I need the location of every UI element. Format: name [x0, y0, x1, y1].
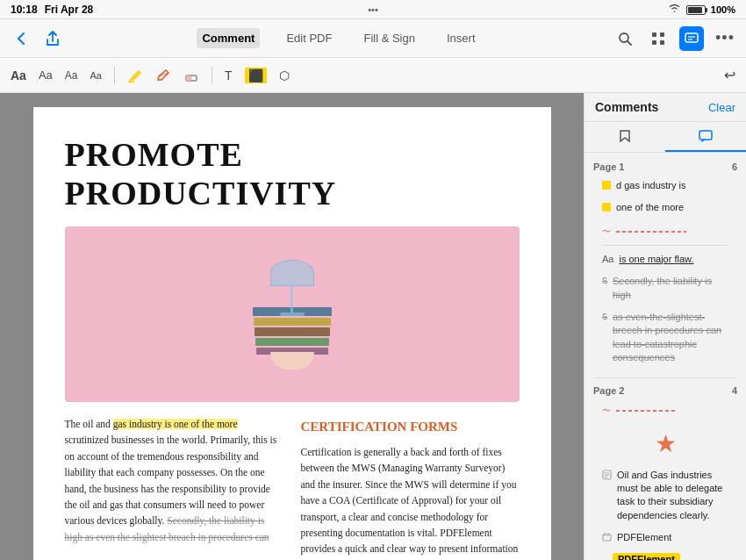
pdf-image: [65, 226, 520, 402]
star-container: ★: [593, 422, 737, 465]
highlight-icon: [602, 181, 611, 190]
page2-label: Page 2 4: [593, 385, 737, 396]
comment-text: is one major flaw.: [619, 253, 693, 266]
pdf-col1: The oil and gas industry is one of the m…: [65, 416, 283, 557]
page1-label: Page 1 6: [593, 162, 737, 172]
squiggle-icon: 〜: [602, 405, 611, 417]
svg-rect-5: [660, 40, 664, 45]
pen-tool[interactable]: [155, 68, 171, 83]
grid-button[interactable]: [646, 26, 671, 51]
svg-rect-13: [699, 131, 712, 140]
battery-icon: [686, 4, 706, 15]
main-toolbar: Comment Edit PDF Fill & Sign Insert •••: [0, 19, 746, 58]
undo-button[interactable]: ↩: [724, 67, 735, 83]
comment-item[interactable]: 〜: [593, 220, 737, 241]
date: Fri Apr 28: [45, 4, 94, 16]
strikethrough-icon: S̶: [602, 276, 607, 285]
comment-item[interactable]: 〜: [593, 399, 737, 420]
svg-rect-3: [660, 32, 664, 37]
comment-item[interactable]: S̶ Secondly, the liability is high: [593, 271, 737, 305]
tab-insert[interactable]: Insert: [441, 28, 481, 48]
col2-title: CERTIFICATION FORMS: [301, 416, 520, 437]
comment-item[interactable]: Aa is one major flaw.: [593, 249, 737, 269]
text-tool[interactable]: T: [225, 68, 233, 83]
comment-item[interactable]: PDFElement: [593, 549, 737, 560]
comment-text: as even-the-slightest-breech in procedur…: [613, 311, 728, 365]
toolbar-right: •••: [613, 26, 737, 51]
wifi-icon: [668, 4, 681, 15]
shape-tool[interactable]: ⬡: [279, 68, 290, 83]
right-panel: Comments Clear Page 1 6 d gas indust: [584, 93, 746, 560]
comment-item[interactable]: S̶ as even-the-slightest-breech in proce…: [593, 307, 737, 369]
star-icon: ★: [655, 429, 677, 458]
status-right: 100%: [668, 4, 735, 15]
search-button[interactable]: [613, 26, 637, 51]
col2-text: Certification is generally a back and fo…: [301, 444, 520, 557]
tab-comment[interactable]: Comment: [197, 28, 260, 48]
tab-bookmarks[interactable]: [585, 122, 665, 152]
comments-list: Page 1 6 d gas industry is one of the mo…: [585, 153, 746, 560]
page2-section: Page 2 4 〜 ★ Oil and Gas industri: [585, 382, 746, 560]
page1-section: Page 1 6 d gas industry is one of the mo…: [585, 158, 746, 374]
tab-edit-pdf[interactable]: Edit PDF: [281, 28, 337, 48]
panel-title: Comments: [595, 100, 658, 114]
pdf-body: The oil and gas industry is one of the m…: [65, 416, 520, 557]
squiggle-bar: [616, 231, 686, 233]
pdf-area[interactable]: PROMOTE PRODUCTIVITY: [0, 93, 584, 560]
comment-text: d gas industry is: [616, 179, 685, 192]
pdf-page: PROMOTE PRODUCTIVITY: [33, 107, 551, 560]
battery-pct: 100%: [711, 4, 735, 15]
separator-1: [114, 67, 115, 84]
clear-button[interactable]: Clear: [708, 101, 735, 114]
svg-line-1: [628, 41, 631, 45]
svg-rect-6: [685, 33, 698, 42]
comments-panel-button[interactable]: [679, 26, 704, 51]
svg-rect-2: [652, 32, 656, 37]
pdfelem-tag: PDFElement: [613, 553, 680, 560]
divider: [602, 245, 728, 246]
comment-item[interactable]: PDFElement: [593, 528, 737, 548]
font-tiny-button[interactable]: Aa: [90, 70, 102, 81]
squiggle-bar: [616, 410, 678, 412]
divider: [593, 377, 737, 378]
tab-fill-sign[interactable]: Fill & Sign: [358, 28, 420, 48]
highlight-tool[interactable]: [127, 68, 143, 83]
font-small-button[interactable]: Aa: [65, 69, 78, 82]
toolbar-tabs: Comment Edit PDF Fill & Sign Insert: [197, 28, 480, 48]
comment-item[interactable]: d gas industry is: [593, 176, 737, 196]
strikethrough-1: Secondly, the liability is high as even …: [65, 515, 269, 542]
font-bold-button[interactable]: Aa: [11, 68, 26, 83]
highlight-1: gas industry is one of the more: [113, 419, 238, 429]
dots-menu: •••: [368, 4, 378, 15]
note-icon: [602, 470, 612, 482]
share-button[interactable]: [40, 26, 65, 51]
label-icon: [602, 532, 612, 544]
status-left: 10:18 Fri Apr 28: [11, 4, 93, 16]
main-content: PROMOTE PRODUCTIVITY: [0, 93, 746, 560]
comment-item[interactable]: one of the more: [593, 197, 737, 218]
pdf-title: PROMOTE PRODUCTIVITY: [65, 135, 520, 212]
text-icon: Aa: [602, 254, 613, 264]
separator-2: [212, 67, 212, 84]
stamp-tool[interactable]: ⬛: [245, 68, 267, 83]
squiggle-icon: 〜: [602, 226, 611, 238]
comment-text: one of the more: [616, 201, 684, 214]
comment-item[interactable]: Oil and Gas industries must be able to d…: [593, 465, 737, 527]
highlight-icon: [602, 203, 611, 212]
tab-comments[interactable]: [665, 122, 746, 152]
pdf-col2: CERTIFICATION FORMS Certification is gen…: [301, 416, 520, 557]
svg-rect-18: [603, 535, 611, 541]
back-button[interactable]: [9, 26, 33, 51]
panel-header: Comments Clear: [585, 93, 746, 122]
annotation-bar: Aa Aa Aa Aa T ⬛ ⬡ ↩: [0, 58, 746, 93]
svg-rect-12: [186, 75, 191, 81]
svg-rect-4: [652, 40, 656, 45]
font-normal-button[interactable]: Aa: [39, 68, 53, 82]
comment-text: Oil and Gas industries must be able to d…: [617, 469, 728, 523]
more-menu-button[interactable]: •••: [713, 26, 737, 51]
time: 10:18: [11, 4, 38, 16]
comment-text: Secondly, the liability is high: [613, 275, 728, 302]
pdfelem-label: PDFElement: [617, 531, 671, 544]
status-bar: 10:18 Fri Apr 28 ••• 100%: [0, 0, 746, 19]
eraser-tool[interactable]: [183, 68, 199, 83]
